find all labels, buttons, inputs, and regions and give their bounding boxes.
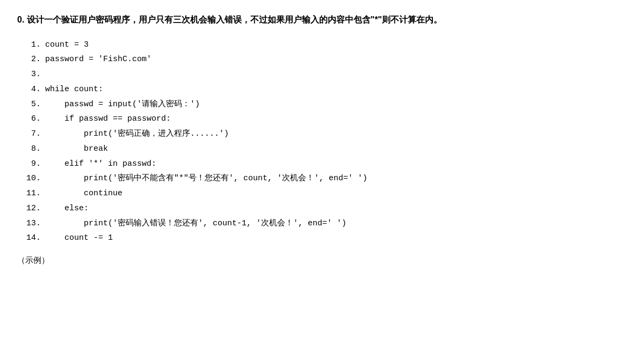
line-number: 7. xyxy=(26,127,41,142)
code-line: 5. passwd = input('请输入密码：') xyxy=(26,97,627,112)
line-number: 12. xyxy=(26,201,41,216)
code-line: 1.count = 3 xyxy=(26,38,627,53)
line-number: 13. xyxy=(26,216,41,231)
code-line: 11. continue xyxy=(26,186,627,201)
line-number: 1. xyxy=(26,38,41,53)
code-line: 10. print('密码中不能含有"*"号！您还有', count, '次机会… xyxy=(26,171,627,186)
code-line: 8. break xyxy=(26,142,627,157)
code-line: 12. else: xyxy=(26,201,627,216)
line-number: 6. xyxy=(26,112,41,127)
line-content: print('密码输入错误！您还有', count-1, '次机会！', end… xyxy=(45,216,346,231)
line-number: 5. xyxy=(26,97,41,112)
code-block: 1.count = 32.password = 'FishC.com'3.4.w… xyxy=(26,38,627,246)
line-number: 14. xyxy=(26,231,41,246)
line-content: if passwd == password: xyxy=(45,112,171,127)
code-line: 14. count -= 1 xyxy=(26,231,627,246)
line-content: count -= 1 xyxy=(45,231,113,246)
line-content: while count: xyxy=(45,82,103,97)
question-header: 0. 设计一个验证用户密码程序，用户只有三次机会输入错误，不过如果用户输入的内容… xyxy=(17,13,627,27)
line-content: password = 'FishC.com' xyxy=(45,52,151,67)
code-line: 2.password = 'FishC.com' xyxy=(26,52,627,67)
line-content: else: xyxy=(45,201,89,216)
line-content: count = 3 xyxy=(45,38,89,53)
footer-label: （示例） xyxy=(17,255,627,266)
line-number: 2. xyxy=(26,52,41,67)
line-number: 8. xyxy=(26,142,41,157)
line-content: passwd = input('请输入密码：') xyxy=(45,97,200,112)
line-content: continue xyxy=(45,186,122,201)
line-number: 4. xyxy=(26,82,41,97)
code-line: 7. print('密码正确，进入程序......') xyxy=(26,127,627,142)
code-line: 6. if passwd == password: xyxy=(26,112,627,127)
line-number: 3. xyxy=(26,67,41,82)
code-line: 9. elif '*' in passwd: xyxy=(26,157,627,172)
line-content: elif '*' in passwd: xyxy=(45,157,156,172)
code-line: 13. print('密码输入错误！您还有', count-1, '次机会！',… xyxy=(26,216,627,231)
line-number: 11. xyxy=(26,186,41,201)
question-container: 0. 设计一个验证用户密码程序，用户只有三次机会输入错误，不过如果用户输入的内容… xyxy=(17,13,627,246)
line-content: break xyxy=(45,142,108,157)
line-number: 9. xyxy=(26,157,41,172)
line-number: 10. xyxy=(26,171,41,186)
code-line: 3. xyxy=(26,67,627,82)
line-content: print('密码中不能含有"*"号！您还有', count, '次机会！', … xyxy=(45,171,367,186)
line-content: print('密码正确，进入程序......') xyxy=(45,127,229,142)
code-line: 4.while count: xyxy=(26,82,627,97)
